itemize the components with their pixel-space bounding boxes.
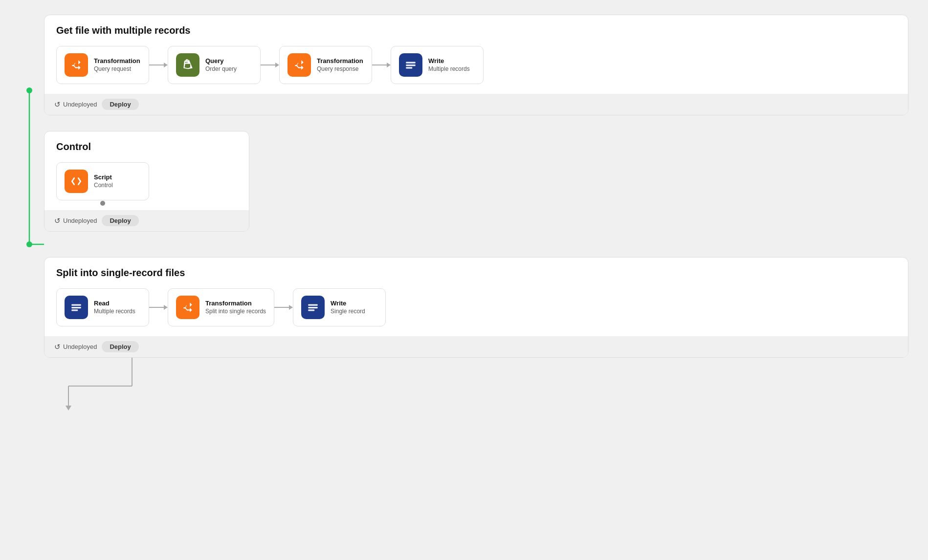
- arrow-2: [261, 63, 279, 67]
- step-write-multiple[interactable]: Write Multiple records: [391, 46, 484, 84]
- step-sublabel: Order query: [205, 65, 237, 73]
- svg-rect-8: [406, 67, 412, 68]
- svg-rect-12: [308, 304, 318, 306]
- flow-footer-3: ↺ Undeployed Deploy: [44, 336, 908, 357]
- deploy-button-2[interactable]: Deploy: [102, 215, 138, 226]
- deploy-button-1[interactable]: Deploy: [102, 99, 138, 110]
- step-sublabel: Query request: [94, 65, 140, 73]
- green-dot-flow2: [26, 241, 32, 247]
- step-sublabel: Multiple records: [428, 65, 470, 73]
- green-dot-flow1: [26, 87, 32, 93]
- step-query-order[interactable]: Query Order query: [168, 46, 261, 84]
- flow-card-1: Get file with multiple records Transform…: [44, 15, 908, 115]
- shopify-icon-1: [176, 53, 199, 77]
- step-sublabel: Query response: [317, 65, 363, 73]
- step-write-single[interactable]: Write Single record: [293, 288, 386, 326]
- refresh-icon-2: ↺: [54, 216, 61, 225]
- step-sublabel: Multiple records: [94, 308, 135, 316]
- undeployed-status-1: ↺ Undeployed: [54, 100, 97, 109]
- step-sublabel: Split into single records: [205, 308, 266, 316]
- bottom-connector-dot: [100, 201, 105, 206]
- flow-row-3: Split into single-record files Read Mult…: [44, 257, 908, 358]
- svg-rect-11: [71, 309, 78, 311]
- flow-steps-3: Read Multiple records: [56, 288, 896, 326]
- undeployed-status-2: ↺ Undeployed: [54, 216, 97, 225]
- step-label: Transformation: [205, 300, 266, 308]
- step-label: Script: [94, 173, 113, 182]
- step-read-multiple[interactable]: Read Multiple records: [56, 288, 149, 326]
- script-icon-1: [65, 170, 88, 193]
- step-transformation-query-response[interactable]: Transformation Query response: [279, 46, 372, 84]
- write-icon-2: [301, 296, 325, 319]
- arrow-5: [274, 305, 293, 310]
- svg-rect-13: [308, 307, 318, 308]
- step-label: Query: [205, 57, 237, 65]
- step-transformation-query-request[interactable]: Transformation Query request: [56, 46, 149, 84]
- flow-row-2: Control Script Control: [44, 131, 908, 232]
- svg-rect-6: [406, 62, 416, 64]
- connector-svg: [20, 15, 44, 358]
- flow-card-2: Control Script Control: [44, 131, 249, 232]
- step-label: Transformation: [94, 57, 140, 65]
- arrow-3: [372, 63, 391, 67]
- step-sublabel: Single record: [331, 308, 365, 316]
- flow-title-1: Get file with multiple records: [56, 25, 896, 36]
- transform-icon-3: [176, 296, 199, 319]
- flow-footer-2: ↺ Undeployed Deploy: [44, 210, 249, 231]
- transform-icon-1: [65, 53, 88, 77]
- step-label: Transformation: [317, 57, 363, 65]
- flow-card-3: Split into single-record files Read Mult…: [44, 257, 908, 358]
- write-icon-1: [399, 53, 422, 77]
- transform-icon-2: [287, 53, 311, 77]
- arrow-1: [149, 63, 168, 67]
- deploy-button-3[interactable]: Deploy: [102, 341, 138, 352]
- canvas: Get file with multiple records Transform…: [20, 15, 908, 358]
- read-icon-1: [65, 296, 88, 319]
- svg-rect-7: [406, 65, 416, 66]
- flow-title-3: Split into single-record files: [56, 267, 896, 279]
- flow-steps-1: Transformation Query request: [56, 46, 896, 84]
- svg-rect-9: [71, 304, 81, 306]
- svg-rect-10: [71, 307, 81, 308]
- flow-steps-2: Script Control: [56, 162, 237, 200]
- step-transformation-split[interactable]: Transformation Split into single records: [168, 288, 274, 326]
- flow-title-2: Control: [56, 141, 237, 152]
- step-label: Write: [428, 57, 470, 65]
- undeployed-status-3: ↺ Undeployed: [54, 343, 97, 351]
- svg-marker-5: [66, 406, 71, 410]
- arrow-4: [149, 305, 168, 310]
- step-label: Read: [94, 300, 135, 308]
- flow-footer-1: ↺ Undeployed Deploy: [44, 94, 908, 115]
- step-script-control[interactable]: Script Control: [56, 162, 149, 200]
- step-sublabel: Control: [94, 182, 113, 190]
- connector-spacer: [44, 247, 908, 257]
- svg-rect-14: [308, 309, 314, 311]
- step-label: Write: [331, 300, 365, 308]
- refresh-icon-3: ↺: [54, 343, 61, 351]
- refresh-icon-1: ↺: [54, 100, 61, 109]
- flow-row-1: Get file with multiple records Transform…: [44, 15, 908, 115]
